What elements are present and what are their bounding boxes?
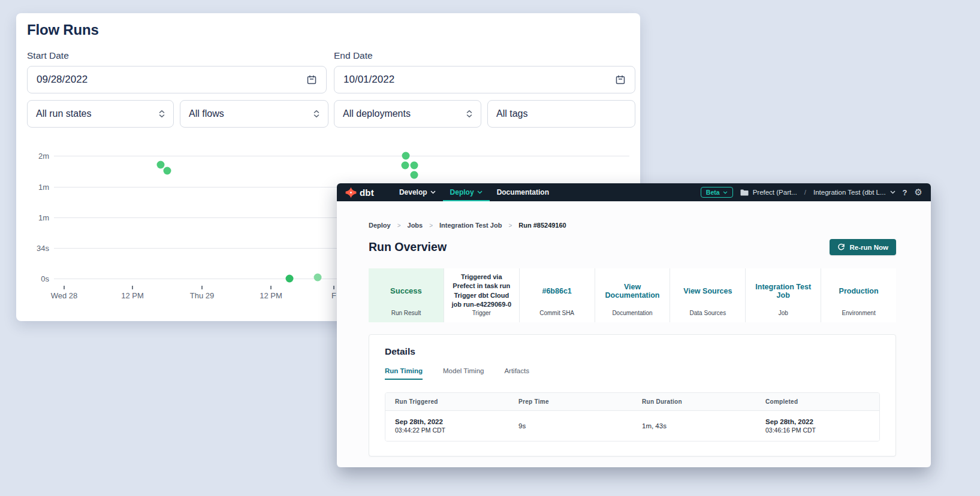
- refresh-icon: [837, 243, 845, 251]
- x-axis-tick-label: Thu 29: [190, 291, 214, 300]
- navbar-right: Beta Prefect (Part... / Integration Test…: [701, 183, 922, 201]
- completed-cell: Sep 28th, 2022 03:46:16 PM CDT: [756, 411, 879, 441]
- flow-run-point[interactable]: [164, 167, 171, 175]
- project-switcher[interactable]: Prefect (Part...: [740, 189, 797, 196]
- breadcrumb-job-name[interactable]: Integration Test Job: [439, 222, 502, 229]
- tab-model-timing[interactable]: Model Timing: [443, 367, 484, 380]
- run-overview-title: Run Overview: [369, 240, 447, 254]
- run-summary-strip: Success Run Result Triggered via Prefect…: [369, 268, 896, 322]
- dbt-logo-icon: [345, 187, 357, 198]
- help-icon[interactable]: ?: [903, 188, 907, 197]
- breadcrumb-separator: >: [397, 222, 401, 229]
- completed-date: Sep 28th, 2022: [765, 418, 870, 425]
- nav-develop[interactable]: Develop: [392, 183, 443, 201]
- table-header-row: Run Triggered Prep Time Run Duration Com…: [385, 393, 879, 411]
- breadcrumb-deploy[interactable]: Deploy: [369, 222, 391, 229]
- trigger-value: Triggered via Prefect in task run Trigge…: [444, 268, 519, 310]
- rerun-now-label: Re-run Now: [849, 244, 888, 251]
- beta-label: Beta: [706, 189, 720, 196]
- trigger-cell: Triggered via Prefect in task run Trigge…: [444, 268, 519, 322]
- gear-icon[interactable]: ⚙: [915, 187, 922, 198]
- x-axis-tick-label: 12 PM: [260, 291, 282, 300]
- job-label: Job: [746, 310, 821, 322]
- path-divider: /: [804, 189, 806, 196]
- flow-run-point[interactable]: [286, 275, 294, 283]
- flow-run-point[interactable]: [402, 152, 410, 160]
- col-run-duration: Run Duration: [632, 393, 756, 410]
- beta-dropdown[interactable]: Beta: [701, 187, 733, 198]
- commit-sha-label: Commit SHA: [520, 310, 595, 322]
- rerun-now-button[interactable]: Re-run Now: [830, 239, 896, 255]
- run-result-label: Run Result: [369, 310, 444, 322]
- dbt-content: Deploy > Jobs > Integration Test Job > R…: [337, 222, 931, 456]
- environment-label: Environment: [821, 310, 896, 322]
- completed-time: 03:46:16 PM CDT: [765, 427, 870, 434]
- environment-link[interactable]: Production: [821, 268, 896, 310]
- flow-run-point[interactable]: [411, 171, 418, 179]
- data-sources-cell: View Sources Data Sources: [670, 268, 745, 322]
- navbar-spacer: [556, 183, 701, 201]
- flow-run-point[interactable]: [157, 161, 165, 169]
- table-row: Sep 28th, 2022 03:44:22 PM CDT 9s 1m, 43…: [385, 411, 879, 441]
- data-sources-label: Data Sources: [670, 310, 745, 322]
- documentation-cell: View Documentation Documentation: [595, 268, 670, 322]
- dbt-logo[interactable]: dbt: [345, 183, 374, 201]
- dbt-navbar: dbt Develop Deploy Documentation Beta: [337, 183, 931, 201]
- y-axis-tick-label: 2m: [16, 152, 49, 161]
- flow-run-point[interactable]: [411, 162, 418, 170]
- trigger-label: Trigger: [444, 310, 519, 322]
- col-completed: Completed: [756, 393, 879, 410]
- x-axis-tick: [333, 286, 334, 289]
- environment-cell: Production Environment: [821, 268, 896, 322]
- details-tabs: Run Timing Model Timing Artifacts: [385, 367, 880, 380]
- x-axis-tick-label: Wed 28: [51, 291, 78, 300]
- run-duration-value: 1m, 43s: [642, 422, 746, 430]
- chart-gridline: [54, 156, 629, 156]
- x-axis-tick: [201, 286, 203, 289]
- x-axis-tick: [270, 286, 272, 289]
- y-axis-tick-label: 1m: [16, 183, 49, 192]
- x-axis-tick-label: 12 PM: [121, 291, 144, 300]
- run-triggered-time: 03:44:22 PM CDT: [395, 427, 499, 434]
- job-cell: Integration Test Job Job: [745, 268, 821, 322]
- commit-sha-link[interactable]: #6b86c1: [520, 268, 595, 310]
- chevron-down-icon: [723, 191, 728, 194]
- nav-deploy-label: Deploy: [450, 188, 474, 196]
- view-sources-link[interactable]: View Sources: [670, 268, 745, 310]
- run-triggered-cell: Sep 28th, 2022 03:44:22 PM CDT: [385, 411, 509, 441]
- project-name: Prefect (Part...: [753, 189, 797, 196]
- prep-time-value: 9s: [518, 422, 623, 430]
- details-title: Details: [385, 346, 880, 357]
- prep-time-cell: 9s: [509, 411, 632, 441]
- x-axis-tick: [64, 286, 65, 289]
- desktop: Flow Runs Start Date 09/28/2022 End Date…: [0, 0, 980, 496]
- job-link[interactable]: Integration Test Job: [746, 268, 821, 310]
- tab-artifacts[interactable]: Artifacts: [504, 367, 529, 380]
- breadcrumb: Deploy > Jobs > Integration Test Job > R…: [369, 222, 896, 229]
- run-timing-table: Run Triggered Prep Time Run Duration Com…: [385, 392, 880, 441]
- details-card: Details Run Timing Model Timing Artifact…: [369, 334, 896, 456]
- environment-name: Integration Test (dbt L...: [813, 189, 886, 196]
- nav-documentation[interactable]: Documentation: [490, 183, 556, 201]
- dbt-cloud-window: dbt Develop Deploy Documentation Beta: [337, 183, 931, 467]
- environment-switcher[interactable]: Integration Test (dbt L...: [813, 189, 895, 196]
- x-axis-tick: [132, 286, 133, 289]
- nav-develop-label: Develop: [399, 188, 427, 196]
- chevron-down-icon: [430, 190, 436, 194]
- chevron-down-icon: [477, 190, 483, 194]
- flow-run-point[interactable]: [314, 274, 322, 282]
- breadcrumb-run-id: Run #85249160: [518, 222, 566, 229]
- nav-deploy[interactable]: Deploy: [443, 183, 490, 201]
- folder-icon: [740, 189, 749, 196]
- x-axis-tick-label: F: [331, 291, 336, 300]
- flow-run-point[interactable]: [402, 162, 409, 170]
- breadcrumb-separator: >: [508, 222, 512, 229]
- y-axis-tick-label: 34s: [16, 244, 49, 253]
- heading-row: Run Overview Re-run Now: [369, 239, 896, 255]
- breadcrumb-separator: >: [429, 222, 433, 229]
- documentation-label: Documentation: [595, 310, 670, 322]
- breadcrumb-jobs[interactable]: Jobs: [408, 222, 423, 229]
- view-documentation-link[interactable]: View Documentation: [595, 268, 670, 310]
- status-badge: Success: [369, 268, 444, 310]
- tab-run-timing[interactable]: Run Timing: [385, 367, 423, 380]
